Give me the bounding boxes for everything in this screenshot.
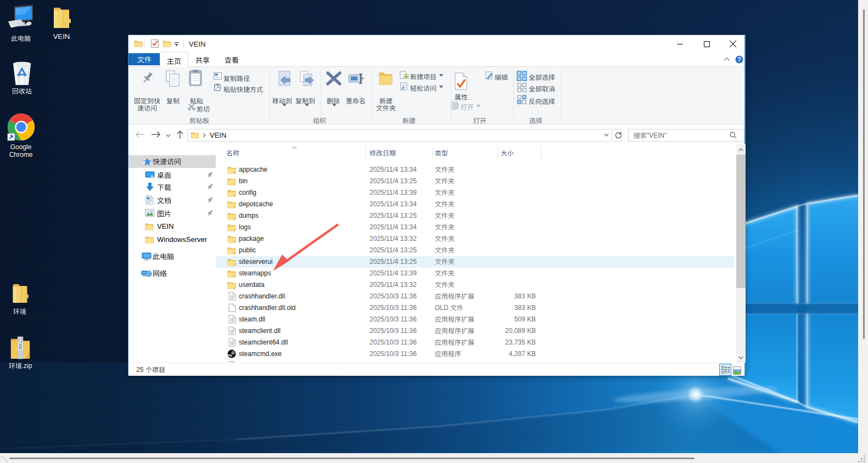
svg-text:?: ? [737,57,741,63]
